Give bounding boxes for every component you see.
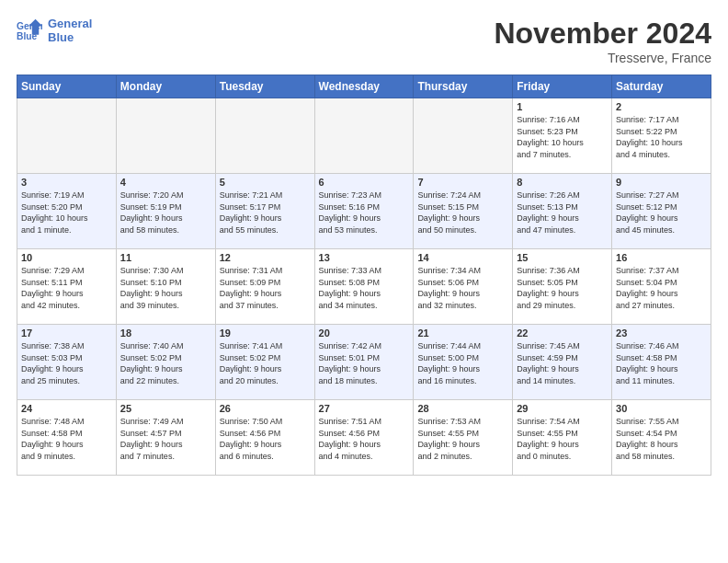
day-number: 27: [319, 403, 410, 414]
day-info: Sunrise: 7:49 AM Sunset: 4:57 PM Dayligh…: [120, 416, 211, 462]
day-number: 1: [517, 101, 608, 112]
calendar-cell: 11Sunrise: 7:30 AM Sunset: 5:10 PM Dayli…: [116, 249, 215, 325]
weekday-header-saturday: Saturday: [612, 75, 711, 98]
day-number: 12: [220, 252, 311, 263]
calendar-cell: 10Sunrise: 7:29 AM Sunset: 5:11 PM Dayli…: [17, 249, 117, 325]
day-number: 7: [417, 177, 508, 188]
day-number: 28: [417, 403, 508, 414]
calendar-cell: 2Sunrise: 7:17 AM Sunset: 5:22 PM Daylig…: [612, 98, 711, 174]
day-number: 4: [120, 177, 211, 188]
day-info: Sunrise: 7:33 AM Sunset: 5:08 PM Dayligh…: [319, 265, 410, 311]
day-info: Sunrise: 7:46 AM Sunset: 4:58 PM Dayligh…: [616, 340, 707, 386]
day-number: 14: [417, 252, 508, 263]
day-number: 24: [21, 403, 112, 414]
weekday-header-friday: Friday: [513, 75, 612, 98]
day-number: 8: [517, 177, 608, 188]
calendar-cell: [414, 98, 513, 174]
header: General Blue General Blue November 2024 …: [17, 17, 711, 65]
calendar-cell: 5Sunrise: 7:21 AM Sunset: 5:17 PM Daylig…: [215, 174, 314, 249]
calendar-cell: 7Sunrise: 7:24 AM Sunset: 5:15 PM Daylig…: [414, 174, 513, 249]
day-info: Sunrise: 7:41 AM Sunset: 5:02 PM Dayligh…: [220, 340, 311, 386]
calendar-week-2: 3Sunrise: 7:19 AM Sunset: 5:20 PM Daylig…: [17, 174, 711, 249]
day-number: 26: [220, 403, 311, 414]
calendar: SundayMondayTuesdayWednesdayThursdayFrid…: [17, 75, 711, 476]
day-number: 18: [120, 327, 211, 339]
day-info: Sunrise: 7:48 AM Sunset: 4:58 PM Dayligh…: [21, 416, 112, 462]
day-info: Sunrise: 7:24 AM Sunset: 5:15 PM Dayligh…: [417, 190, 508, 236]
calendar-cell: 9Sunrise: 7:27 AM Sunset: 5:12 PM Daylig…: [612, 174, 711, 249]
day-info: Sunrise: 7:16 AM Sunset: 5:23 PM Dayligh…: [517, 114, 608, 160]
day-info: Sunrise: 7:27 AM Sunset: 5:12 PM Dayligh…: [616, 190, 707, 236]
calendar-week-3: 10Sunrise: 7:29 AM Sunset: 5:11 PM Dayli…: [17, 249, 711, 325]
day-number: 30: [616, 403, 707, 414]
calendar-cell: 6Sunrise: 7:23 AM Sunset: 5:16 PM Daylig…: [314, 174, 414, 249]
day-number: 21: [417, 327, 508, 339]
calendar-cell: [116, 98, 215, 174]
page: General Blue General Blue November 2024 …: [0, 0, 728, 485]
day-number: 2: [616, 101, 707, 112]
day-info: Sunrise: 7:55 AM Sunset: 4:54 PM Dayligh…: [616, 416, 707, 462]
logo-icon: General Blue: [17, 17, 42, 43]
day-info: Sunrise: 7:37 AM Sunset: 5:04 PM Dayligh…: [616, 265, 707, 311]
calendar-week-4: 17Sunrise: 7:38 AM Sunset: 5:03 PM Dayli…: [17, 325, 711, 400]
day-info: Sunrise: 7:34 AM Sunset: 5:06 PM Dayligh…: [417, 265, 508, 311]
day-info: Sunrise: 7:36 AM Sunset: 5:05 PM Dayligh…: [517, 265, 608, 311]
day-info: Sunrise: 7:53 AM Sunset: 4:55 PM Dayligh…: [417, 416, 508, 462]
calendar-cell: 13Sunrise: 7:33 AM Sunset: 5:08 PM Dayli…: [314, 249, 414, 325]
day-info: Sunrise: 7:38 AM Sunset: 5:03 PM Dayligh…: [21, 340, 112, 386]
calendar-cell: 14Sunrise: 7:34 AM Sunset: 5:06 PM Dayli…: [414, 249, 513, 325]
day-number: 25: [120, 403, 211, 414]
day-number: 20: [319, 327, 410, 339]
calendar-cell: 29Sunrise: 7:54 AM Sunset: 4:55 PM Dayli…: [513, 400, 612, 476]
calendar-cell: 30Sunrise: 7:55 AM Sunset: 4:54 PM Dayli…: [612, 400, 711, 476]
day-info: Sunrise: 7:19 AM Sunset: 5:20 PM Dayligh…: [21, 190, 112, 236]
weekday-header-wednesday: Wednesday: [314, 75, 414, 98]
weekday-header-row: SundayMondayTuesdayWednesdayThursdayFrid…: [17, 75, 711, 98]
calendar-cell: 26Sunrise: 7:50 AM Sunset: 4:56 PM Dayli…: [215, 400, 314, 476]
day-info: Sunrise: 7:54 AM Sunset: 4:55 PM Dayligh…: [517, 416, 608, 462]
day-number: 17: [21, 327, 112, 339]
calendar-cell: 22Sunrise: 7:45 AM Sunset: 4:59 PM Dayli…: [513, 325, 612, 400]
day-info: Sunrise: 7:51 AM Sunset: 4:56 PM Dayligh…: [319, 416, 410, 462]
weekday-header-sunday: Sunday: [17, 75, 117, 98]
logo: General Blue General Blue: [17, 17, 92, 44]
day-info: Sunrise: 7:44 AM Sunset: 5:00 PM Dayligh…: [417, 340, 508, 386]
calendar-cell: 21Sunrise: 7:44 AM Sunset: 5:00 PM Dayli…: [414, 325, 513, 400]
day-number: 10: [21, 252, 112, 263]
calendar-cell: 18Sunrise: 7:40 AM Sunset: 5:02 PM Dayli…: [116, 325, 215, 400]
day-info: Sunrise: 7:31 AM Sunset: 5:09 PM Dayligh…: [220, 265, 311, 311]
day-info: Sunrise: 7:50 AM Sunset: 4:56 PM Dayligh…: [220, 416, 311, 462]
day-info: Sunrise: 7:26 AM Sunset: 5:13 PM Dayligh…: [517, 190, 608, 236]
logo-blue: Blue: [48, 30, 92, 44]
calendar-cell: 27Sunrise: 7:51 AM Sunset: 4:56 PM Dayli…: [314, 400, 414, 476]
day-info: Sunrise: 7:40 AM Sunset: 5:02 PM Dayligh…: [120, 340, 211, 386]
calendar-cell: 19Sunrise: 7:41 AM Sunset: 5:02 PM Dayli…: [215, 325, 314, 400]
weekday-header-monday: Monday: [116, 75, 215, 98]
day-number: 23: [616, 327, 707, 339]
location: Tresserve, France: [494, 51, 711, 65]
calendar-week-1: 1Sunrise: 7:16 AM Sunset: 5:23 PM Daylig…: [17, 98, 711, 174]
calendar-cell: 16Sunrise: 7:37 AM Sunset: 5:04 PM Dayli…: [612, 249, 711, 325]
day-number: 9: [616, 177, 707, 188]
calendar-cell: 17Sunrise: 7:38 AM Sunset: 5:03 PM Dayli…: [17, 325, 117, 400]
logo-general: General: [48, 17, 92, 30]
day-info: Sunrise: 7:20 AM Sunset: 5:19 PM Dayligh…: [120, 190, 211, 236]
calendar-cell: 1Sunrise: 7:16 AM Sunset: 5:23 PM Daylig…: [513, 98, 612, 174]
day-number: 16: [616, 252, 707, 263]
calendar-cell: 25Sunrise: 7:49 AM Sunset: 4:57 PM Dayli…: [116, 400, 215, 476]
day-info: Sunrise: 7:30 AM Sunset: 5:10 PM Dayligh…: [120, 265, 211, 311]
weekday-header-tuesday: Tuesday: [215, 75, 314, 98]
weekday-header-thursday: Thursday: [414, 75, 513, 98]
day-number: 3: [21, 177, 112, 188]
day-info: Sunrise: 7:23 AM Sunset: 5:16 PM Dayligh…: [319, 190, 410, 236]
day-number: 19: [220, 327, 311, 339]
calendar-week-5: 24Sunrise: 7:48 AM Sunset: 4:58 PM Dayli…: [17, 400, 711, 476]
day-number: 13: [319, 252, 410, 263]
day-info: Sunrise: 7:45 AM Sunset: 4:59 PM Dayligh…: [517, 340, 608, 386]
day-number: 15: [517, 252, 608, 263]
day-info: Sunrise: 7:17 AM Sunset: 5:22 PM Dayligh…: [616, 114, 707, 160]
calendar-cell: [314, 98, 414, 174]
calendar-cell: 3Sunrise: 7:19 AM Sunset: 5:20 PM Daylig…: [17, 174, 117, 249]
month-title: November 2024: [494, 17, 711, 51]
calendar-cell: 20Sunrise: 7:42 AM Sunset: 5:01 PM Dayli…: [314, 325, 414, 400]
